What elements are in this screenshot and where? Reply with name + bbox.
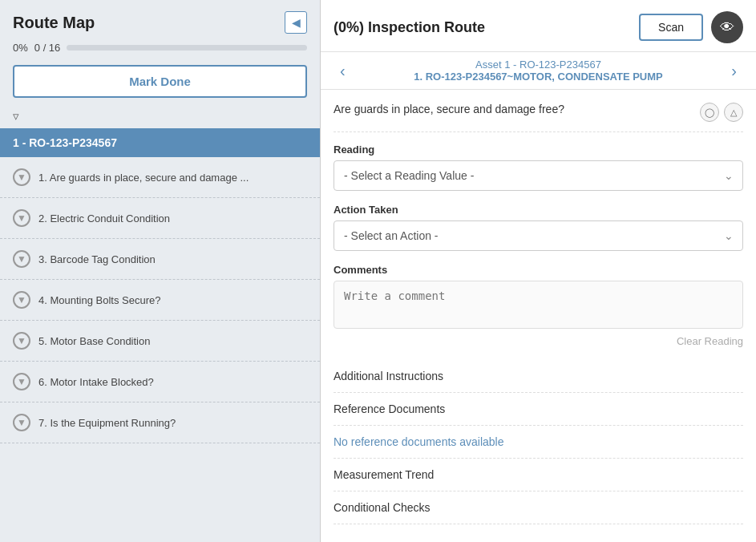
item-icon: ▼ (13, 168, 30, 186)
section-row: Conditional Checks (334, 491, 743, 524)
asset-line2: 1. RO-123-P234567~MOTOR, CONDENSATE PUMP (414, 71, 663, 83)
filter-icon[interactable]: ▿ (13, 109, 19, 123)
mark-done-button[interactable]: Mark Done (13, 65, 307, 98)
question-icons: ◯ △ (700, 103, 743, 122)
question-text: Are guards in place, secure and damage f… (334, 103, 692, 115)
eye-button[interactable]: 👁 (711, 11, 743, 43)
right-header: (0%) Inspection Route Scan 👁 (321, 0, 756, 52)
next-arrow[interactable]: › (725, 62, 743, 80)
route-item[interactable]: ▼ 5. Motor Base Condition (0, 321, 320, 362)
section-row: Additional Instructions (334, 360, 743, 393)
prev-arrow[interactable]: ‹ (334, 62, 352, 80)
route-item[interactable]: ▼ 4. Mounting Bolts Secure? (0, 280, 320, 321)
reading-select[interactable]: - Select a Reading Value - (334, 160, 743, 191)
item-text: 1. Are guards in place, secure and damag… (38, 172, 249, 184)
reading-select-wrap: - Select a Reading Value - ⌄ (334, 160, 743, 191)
clear-reading-button[interactable]: Clear Reading (677, 335, 743, 347)
right-content: Are guards in place, secure and damage f… (321, 90, 756, 542)
section-row: No reference documents available (334, 426, 743, 459)
left-header: Route Map ◀ (0, 0, 320, 42)
item-icon: ▼ (13, 373, 30, 390)
asset-nav: ‹ Asset 1 - RO-123-P234567 1. RO-123-P23… (321, 52, 756, 90)
progress-count: 0 / 16 (34, 42, 61, 54)
route-items-list: 1 - RO-123-P234567 ▼ 1. Are guards in pl… (0, 128, 320, 542)
item-icon: ▼ (13, 332, 30, 350)
item-icon: ▼ (13, 414, 30, 431)
item-icon: ▼ (13, 291, 30, 309)
item-icon: ▼ (13, 209, 30, 227)
action-label: Action Taken (334, 204, 743, 216)
reading-label: Reading (334, 144, 743, 156)
collapse-button[interactable]: ◀ (285, 11, 307, 34)
route-item[interactable]: ▼ 6. Motor Intake Blocked? (0, 362, 320, 402)
header-actions: Scan 👁 (639, 11, 743, 43)
item-text: 6. Motor Intake Blocked? (38, 376, 154, 388)
question-row: Are guards in place, secure and damage f… (334, 103, 743, 132)
right-title: (0%) Inspection Route (334, 19, 485, 36)
item-text: 3. Barcode Tag Condition (38, 253, 156, 265)
progress-row: 0% 0 / 16 (0, 42, 320, 60)
item-text: 5. Motor Base Condition (38, 335, 150, 347)
route-item[interactable]: ▼ 3. Barcode Tag Condition (0, 239, 320, 280)
section-row: Measurement Trend (334, 459, 743, 491)
route-group-header[interactable]: 1 - RO-123-P234567 (0, 128, 320, 157)
item-text: 2. Electric Conduit Condition (38, 212, 170, 224)
route-item[interactable]: ▼ 2. Electric Conduit Condition (0, 198, 320, 239)
left-title: Route Map (13, 14, 95, 32)
action-select-wrap: - Select an Action - ⌄ (334, 220, 743, 251)
sections-container: Additional InstructionsReference Documen… (334, 360, 743, 524)
right-panel: (0%) Inspection Route Scan 👁 ‹ Asset 1 -… (321, 0, 756, 542)
action-select[interactable]: - Select an Action - (334, 220, 743, 251)
progress-percent: 0% (13, 42, 28, 54)
scan-button[interactable]: Scan (639, 14, 703, 41)
asset-nav-text: Asset 1 - RO-123-P234567 1. RO-123-P2345… (414, 59, 663, 83)
clear-reading-row: Clear Reading (334, 331, 743, 347)
question-icon-1[interactable]: ◯ (700, 103, 719, 122)
route-item[interactable]: ▼ 7. Is the Equipment Running? (0, 402, 320, 443)
left-panel: Route Map ◀ 0% 0 / 16 Mark Done ▿ 1 - RO… (0, 0, 321, 542)
progress-bar (67, 45, 307, 51)
item-text: 4. Mounting Bolts Secure? (38, 294, 160, 306)
question-icon-2[interactable]: △ (724, 103, 743, 122)
item-icon: ▼ (13, 250, 30, 268)
route-item[interactable]: ▼ 1. Are guards in place, secure and dam… (0, 157, 320, 198)
comments-input[interactable] (334, 281, 743, 329)
item-text: 7. Is the Equipment Running? (38, 417, 176, 429)
section-row: Reference Documents (334, 393, 743, 426)
asset-line1: Asset 1 - RO-123-P234567 (414, 59, 663, 71)
comments-label: Comments (334, 264, 743, 276)
filter-row: ▿ (0, 106, 320, 128)
